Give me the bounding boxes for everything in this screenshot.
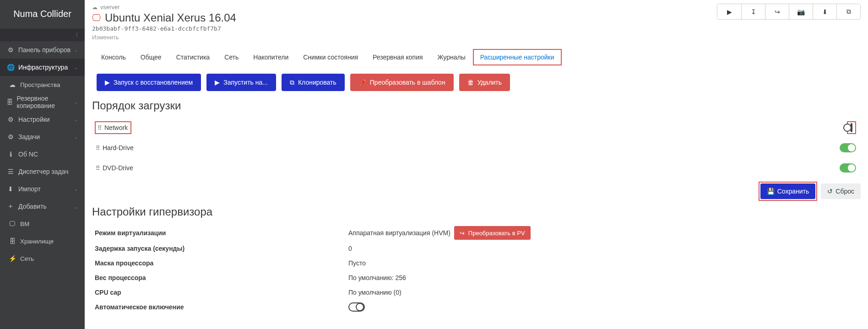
hypervisor-heading: Настройки гипервизора <box>92 205 861 218</box>
sidebar-item[interactable]: 🖵ВМ <box>0 215 85 232</box>
undo-icon: ↺ <box>827 188 833 195</box>
sidebar-item[interactable]: ℹОб NC <box>0 146 85 163</box>
boot-item-label: Hard-Drive <box>103 144 134 151</box>
export-button[interactable]: ↪ <box>765 4 789 19</box>
nav-icon: ⚙ <box>6 133 15 140</box>
play-icon: ▶ <box>215 79 220 86</box>
copy-button[interactable]: ⧉ <box>836 4 860 19</box>
sidebar-item[interactable]: 🗄Резервное копирование⌄ <box>0 93 85 111</box>
save-icon: 💾 <box>767 188 775 195</box>
recovery-start-button[interactable]: ▶ Запуск с восстановлением <box>97 74 201 91</box>
settings-key: Вес процессора <box>92 274 348 281</box>
settings-row: CPU capПо умолчанию (0) <box>92 285 861 300</box>
nav-icon: ＋ <box>6 202 15 210</box>
server-name[interactable]: vserver <box>100 4 120 11</box>
page-title: Ubuntu Xenial Xerus 16.04 <box>105 11 236 24</box>
chevron-icon: ⌄ <box>74 65 78 70</box>
sidebar-collapse[interactable]: 〈 <box>0 28 85 41</box>
play-button[interactable]: ▶ <box>717 4 741 19</box>
delete-button[interactable]: 🗑 Удалить <box>459 74 510 91</box>
nav-label: Хранилище <box>20 238 54 245</box>
download-button[interactable]: ⬇ <box>813 4 836 19</box>
tab[interactable]: Сеть <box>217 49 246 65</box>
nav-label: Пространства <box>20 81 60 88</box>
tab[interactable]: Статистика <box>169 49 217 65</box>
tab[interactable]: Резервная копия <box>365 49 430 65</box>
tab[interactable]: Снимки состояния <box>296 49 365 65</box>
settings-value[interactable]: По умолчанию (0) <box>348 289 401 296</box>
hypervisor-settings: Режим виртуализацииАппаратная виртуализа… <box>92 225 861 314</box>
tab[interactable]: Общее <box>133 49 169 65</box>
pin-icon: 📌 <box>358 79 366 86</box>
settings-value[interactable]: 0 <box>348 245 352 252</box>
nav-icon: ℹ <box>6 151 15 158</box>
boot-order-item[interactable]: ⠿Hard-Drive <box>92 139 861 157</box>
tab[interactable]: Журналы <box>430 49 473 65</box>
label: Сброс <box>835 188 854 195</box>
clone-button[interactable]: ⧉ Клонировать <box>282 74 345 91</box>
save-button[interactable]: 💾 Сохранить <box>760 183 816 199</box>
edit-description[interactable]: Изменить <box>92 34 717 41</box>
nav-icon: ⚡ <box>8 255 16 262</box>
settings-value[interactable]: Пусто <box>348 259 366 267</box>
nav-label: Настройки <box>18 116 50 123</box>
nav-label: Панель приборов <box>18 46 71 54</box>
migrate-button[interactable]: ↧ <box>741 4 765 19</box>
chevron-icon: ⌃ <box>74 204 78 210</box>
tab[interactable]: Расширенные настройки <box>473 49 562 65</box>
settings-key: Режим виртуализации <box>92 229 348 237</box>
sidebar-item[interactable]: ⚡Сеть <box>0 250 85 267</box>
settings-value[interactable]: Аппаратная виртуализация (HVM) <box>348 229 450 237</box>
chevron-icon: ⌄ <box>74 134 78 140</box>
nav-icon: ☰ <box>6 168 15 175</box>
sidebar-item[interactable]: ⚙Панель приборов⌄ <box>0 41 85 59</box>
nav-label: Задачи <box>18 133 40 140</box>
tab[interactable]: Накопители <box>246 49 296 65</box>
boot-order-list: ⠿Network⠿Hard-Drive⠿DVD-Drive <box>92 119 861 177</box>
boot-order-item[interactable]: ⠿DVD-Drive <box>92 159 861 177</box>
convert-pv-button[interactable]: ↪ Преобразовать в PV <box>454 226 531 240</box>
trash-icon: 🗑 <box>467 79 474 86</box>
sidebar-item[interactable]: ⬇Импорт⌄ <box>0 180 85 198</box>
settings-key: Задержка запуска (секунды) <box>92 245 348 252</box>
convert-to-template-button[interactable]: 📌 Преобразовать в шаблон <box>350 74 454 91</box>
chevron-left-icon: 〈 <box>73 31 78 39</box>
sidebar: Numa Collider 〈 ⚙Панель приборов⌄🌐Инфрас… <box>0 0 85 329</box>
breadcrumb: ☁ vserver <box>92 4 717 11</box>
toggle[interactable] <box>348 302 365 312</box>
grip-icon[interactable]: ⠿ <box>96 145 99 151</box>
migrate-icon: ↧ <box>751 8 756 16</box>
boot-order-item[interactable]: ⠿Network <box>92 119 861 137</box>
camera-icon: 📷 <box>797 8 805 16</box>
chevron-icon: ⌄ <box>74 47 78 53</box>
tab[interactable]: Консоль <box>94 49 133 65</box>
snapshot-button[interactable]: 📷 <box>789 4 813 19</box>
sidebar-item[interactable]: ＋Добавить⌃ <box>0 198 85 215</box>
reset-button[interactable]: ↺ Сброс <box>821 183 861 199</box>
nav-icon: 🗄 <box>8 237 16 245</box>
sidebar-item[interactable]: 🌐Инфраструктура⌄ <box>0 59 85 76</box>
grip-icon[interactable]: ⠿ <box>98 124 101 131</box>
start-on-button[interactable]: ▶ Запустить на... <box>206 74 276 91</box>
toggle[interactable] <box>840 163 856 173</box>
nav-icon: ⬇ <box>6 185 15 193</box>
settings-value[interactable]: По умолчанию: 256 <box>348 274 406 281</box>
grip-icon[interactable]: ⠿ <box>96 165 99 172</box>
sidebar-item[interactable]: ☰Диспетчер задач <box>0 163 85 180</box>
chevron-icon: ⌄ <box>74 117 78 123</box>
sidebar-item[interactable]: ⚙Задачи⌄ <box>0 128 85 146</box>
settings-key: Автоматическое включение <box>92 303 348 311</box>
toggle[interactable] <box>851 123 852 132</box>
sidebar-item[interactable]: ⚙Настройки⌄ <box>0 111 85 128</box>
nav-icon: ☁ <box>8 81 16 88</box>
settings-row: Автоматическое включение <box>92 300 861 314</box>
nav-label: Сеть <box>20 255 34 262</box>
vm-uuid: 2b03babf-9ff3-6482-e6a1-dccbfcfbf7b7 <box>92 25 717 32</box>
settings-row: Задержка запуска (секунды)0 <box>92 241 861 256</box>
boot-item-label: DVD-Drive <box>103 164 133 172</box>
sidebar-item[interactable]: 🗄Хранилище <box>0 232 85 250</box>
play-icon: ▶ <box>105 79 110 86</box>
toggle[interactable] <box>840 143 856 152</box>
nav-icon: ⚙ <box>6 46 15 54</box>
sidebar-item[interactable]: ☁Пространства <box>0 76 85 93</box>
